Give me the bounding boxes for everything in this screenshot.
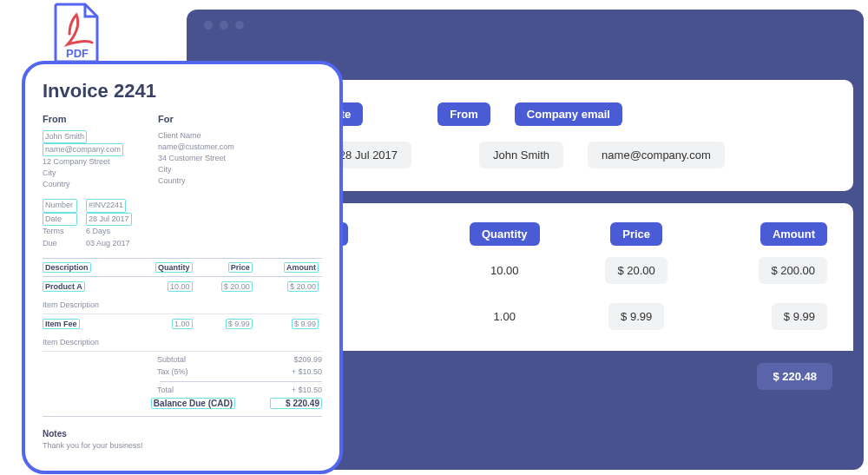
pdf-file-icon: PDF (52, 3, 102, 63)
meta-terms-val: 6 Days (86, 226, 110, 238)
meta-number-key: Number (43, 199, 77, 213)
label-from: From (437, 102, 490, 126)
subtotal-label: Subtotal (157, 355, 235, 364)
col-quantity: Quantity (155, 262, 193, 273)
from-city: City (43, 168, 123, 179)
for-block: For Client Name name@customer.com 34 Cus… (158, 113, 234, 190)
line-name: Item Fee (43, 319, 80, 329)
from-block: From John Smith name@company.com 12 Comp… (43, 113, 123, 190)
col-description: Description (43, 262, 91, 273)
line-amount: $ 9.99 (292, 319, 319, 329)
row-price[interactable]: $ 9.99 (608, 303, 664, 330)
invoice-document: Invoice 2241 From John Smith name@compan… (22, 61, 343, 474)
browser-header (187, 10, 864, 41)
line-name: Product A (43, 281, 85, 292)
meta-date-val: 28 Jul 2017 (86, 213, 132, 227)
row-amount[interactable]: $ 200.00 (759, 257, 827, 284)
from-heading: From (43, 113, 123, 127)
meta-due-key: Due (43, 238, 77, 250)
header-amount: Amount (760, 222, 827, 246)
row-price[interactable]: $ 20.00 (605, 257, 667, 284)
invoice-title: Invoice 2241 (43, 80, 322, 102)
notes-block: Notes Thank you for your business! (43, 429, 322, 452)
notes-text: Thank you for your business! (43, 440, 322, 452)
row-quantity[interactable]: 1.00 (482, 303, 528, 330)
row-quantity[interactable]: 10.00 (478, 257, 531, 284)
line-qty: 1.00 (172, 319, 193, 329)
for-country: Country (158, 175, 234, 187)
for-street: 34 Customer Street (158, 153, 234, 164)
invoice-meta: Number#INV2241 Date28 Jul 2017 Terms6 Da… (43, 199, 322, 249)
from-country: Country (43, 179, 123, 190)
line-sub: Item Description (43, 296, 322, 314)
for-heading: For (158, 113, 234, 127)
meta-due-val: 03 Aug 2017 (86, 238, 130, 250)
total-value: + $10.50 (270, 386, 322, 394)
window-control-dot (204, 21, 213, 30)
line-price: $ 20.00 (221, 281, 253, 292)
header-quantity: Quantity (470, 222, 540, 246)
from-street: 12 Company Street (43, 156, 123, 168)
header-price: Price (610, 222, 662, 246)
subtotal-value: $209.99 (270, 355, 322, 364)
tax-label: Tax (5%) (157, 367, 235, 376)
tax-value: + $10.50 (270, 367, 322, 376)
line-price: $ 9.99 (226, 319, 253, 329)
for-name: Client Name (158, 130, 234, 142)
window-control-dot (220, 21, 228, 30)
meta-date-key: Date (43, 213, 77, 227)
for-city: City (158, 164, 234, 175)
for-email: name@customer.com (158, 142, 234, 153)
col-amount: Amount (284, 262, 319, 273)
from-email: name@company.com (43, 143, 123, 156)
balance-due-value: $ 220.49 (270, 398, 322, 409)
line-qty: 10.00 (168, 281, 193, 292)
invoice-line-table: Description Quantity Price Amount Produc… (43, 258, 322, 352)
value-from[interactable]: John Smith (479, 142, 563, 168)
line-amount: $ 20.00 (287, 281, 319, 292)
col-price: Price (228, 262, 253, 273)
meta-terms-key: Terms (43, 226, 77, 238)
from-name: John Smith (43, 130, 87, 143)
label-company-email: Company email (515, 102, 622, 126)
balance-due-label: Balance Due (CAD) (151, 398, 235, 409)
value-company-email[interactable]: name@company.com (588, 142, 725, 168)
pdf-label-text: PDF (66, 47, 89, 60)
window-control-dot (235, 21, 244, 30)
row-amount[interactable]: $ 9.99 (772, 303, 827, 330)
meta-number-val: #INV2241 (86, 199, 126, 213)
notes-heading: Notes (43, 429, 322, 439)
line-sub: Item Description (43, 333, 322, 352)
total-label: Total (157, 386, 235, 394)
total-amount-value: $ 220.48 (757, 363, 832, 390)
